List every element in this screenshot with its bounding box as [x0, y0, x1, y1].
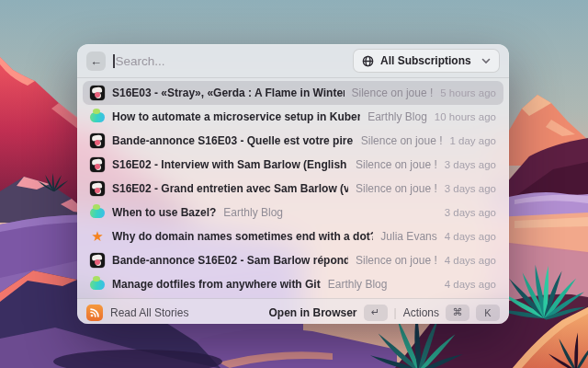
footer-bar: Read All Stories Open in Browser ↵ | Act…	[77, 298, 509, 324]
search-input[interactable]	[116, 54, 346, 68]
quick-search-window: ← All Subscriptions	[77, 44, 509, 324]
list-item[interactable]: ★ Why do domain names sometimes end with…	[83, 224, 503, 248]
desktop: ← All Subscriptions	[0, 0, 588, 368]
article-timestamp: 3 days ago	[445, 207, 496, 218]
feed-name: Silence on joue !	[352, 86, 434, 99]
command-key-badge: ⌘	[446, 305, 469, 321]
article-title: Bande-annonce S16E03 - Quelle est votre …	[112, 134, 354, 147]
article-timestamp: 1 day ago	[449, 135, 496, 146]
article-title: How to automate a microservice setup in …	[112, 110, 360, 123]
article-timestamp: 4 days ago	[445, 279, 496, 290]
list-item[interactable]: How to automate a microservice setup in …	[83, 105, 503, 129]
article-timestamp: 4 days ago	[445, 231, 496, 242]
soj-favicon	[90, 86, 105, 100]
article-title: When to use Bazel?	[112, 206, 216, 219]
feed-name: Earthly Blog	[223, 206, 283, 219]
earthly-favicon	[90, 277, 105, 292]
article-timestamp: 10 hours ago	[435, 111, 496, 122]
footer-divider: |	[394, 306, 397, 319]
article-timestamp: 3 days ago	[445, 159, 496, 170]
feed-name: Silence on joue !	[361, 134, 443, 147]
feed-name: Silence on joue !	[356, 182, 437, 195]
list-item[interactable]: S16E02 - Grand entretien avec Sam Barlow…	[83, 177, 503, 201]
article-timestamp: 4 days ago	[445, 255, 496, 266]
feed-name: Earthly Blog	[328, 278, 388, 291]
rss-icon	[86, 305, 103, 321]
soj-favicon	[90, 253, 105, 268]
article-timestamp: 5 hours ago	[440, 87, 496, 98]
article-title: Manage dotfiles from anywhere with Git	[112, 278, 321, 291]
article-title: Why do domain names sometimes end with a…	[112, 230, 373, 243]
star-icon: ★	[90, 229, 105, 244]
list-item[interactable]: Manage dotfiles from anywhere with Git E…	[83, 272, 503, 296]
article-title: S16E03 - «Stray», «Gerda : A Flame in Wi…	[112, 86, 345, 99]
feed-name: Julia Evans	[380, 230, 436, 243]
list-item[interactable]: Bande-annonce S16E03 - Quelle est votre …	[83, 129, 503, 153]
earthly-favicon	[90, 205, 105, 220]
read-all-stories-label[interactable]: Read All Stories	[110, 306, 188, 319]
feed-name: Silence on joue !	[356, 158, 437, 171]
soj-favicon	[90, 181, 105, 196]
feed-name: Earthly Blog	[368, 110, 427, 123]
open-in-browser-button[interactable]: Open in Browser	[268, 306, 356, 319]
subscriptions-dropdown[interactable]: All Subscriptions	[353, 49, 500, 73]
article-list: S16E03 - «Stray», «Gerda : A Flame in Wi…	[77, 78, 509, 298]
chevron-down-icon	[481, 58, 491, 64]
actions-button[interactable]: Actions	[403, 306, 439, 319]
list-item[interactable]: S16E02 - Interview with Sam Barlow (Engl…	[83, 153, 503, 177]
feed-name: Silence on joue !	[356, 254, 437, 267]
text-caret	[113, 54, 115, 68]
k-key-badge: K	[476, 305, 500, 321]
list-item[interactable]: Bande-annonce S16E02 - Sam Barlow répond…	[83, 248, 503, 272]
article-title: Bande-annonce S16E02 - Sam Barlow répond…	[112, 254, 348, 267]
soj-favicon	[90, 157, 105, 172]
subscriptions-dropdown-label: All Subscriptions	[380, 54, 475, 67]
article-title: S16E02 - Grand entretien avec Sam Barlow…	[112, 182, 348, 195]
back-button[interactable]: ←	[86, 52, 106, 71]
soj-favicon	[90, 133, 105, 148]
list-item[interactable]: S16E03 - «Stray», «Gerda : A Flame in Wi…	[83, 81, 503, 105]
search-bar: ← All Subscriptions	[77, 44, 509, 78]
article-title: S16E02 - Interview with Sam Barlow (Engl…	[112, 158, 348, 171]
earthly-favicon	[90, 109, 105, 124]
return-key-badge: ↵	[364, 305, 388, 321]
list-item[interactable]: When to use Bazel? Earthly Blog 3 days a…	[83, 201, 503, 224]
globe-icon	[362, 55, 374, 67]
article-timestamp: 3 days ago	[445, 183, 496, 194]
